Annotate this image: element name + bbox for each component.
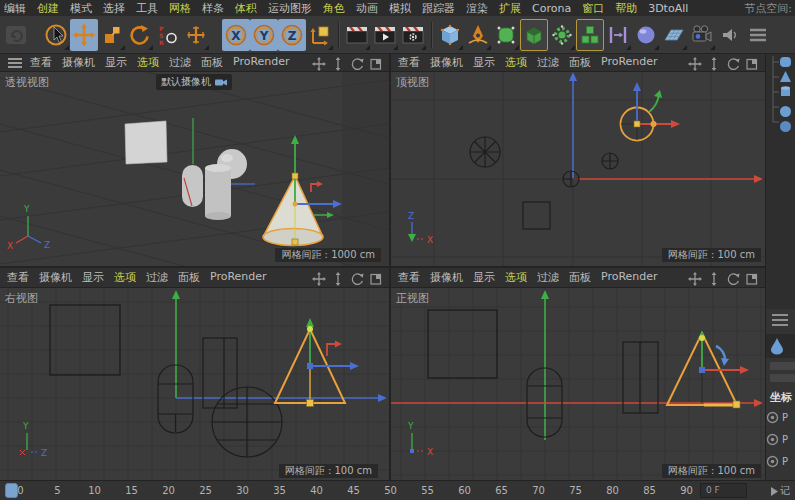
viewport-menu-item[interactable]: 面板 bbox=[178, 270, 200, 285]
timeline-tick[interactable]: 10 bbox=[76, 485, 113, 496]
workplane-button[interactable] bbox=[660, 19, 688, 51]
viewport-menu-item[interactable]: 查看 bbox=[398, 270, 420, 285]
am-tab-stub[interactable] bbox=[770, 362, 795, 370]
viewport-menu-item[interactable]: 查看 bbox=[30, 55, 52, 70]
viewport-hamburger-icon[interactable] bbox=[7, 57, 23, 69]
menu-item[interactable]: 编辑 bbox=[4, 1, 26, 16]
viewport-perspective[interactable]: 透视视图 默认摄像机 bbox=[0, 72, 389, 266]
pan-icon[interactable] bbox=[312, 57, 326, 71]
axis-modify-tool[interactable] bbox=[182, 19, 210, 51]
cube-wire-top[interactable] bbox=[523, 202, 550, 229]
object-icon-capsule[interactable] bbox=[780, 57, 791, 67]
pan-icon[interactable] bbox=[688, 272, 702, 286]
pan-icon[interactable] bbox=[688, 57, 702, 71]
cone-selected-top[interactable] bbox=[621, 82, 681, 141]
rotate-tool[interactable] bbox=[126, 19, 154, 51]
menu-item[interactable]: 角色 bbox=[323, 1, 345, 16]
capsule-wire-top[interactable] bbox=[563, 171, 579, 187]
cone-object-selected[interactable] bbox=[263, 176, 323, 246]
speaker-button[interactable] bbox=[716, 19, 744, 51]
object-icon-cylinder[interactable] bbox=[781, 86, 790, 96]
cube-wire[interactable] bbox=[50, 305, 120, 375]
menu-item[interactable]: 体积 bbox=[235, 1, 257, 16]
lock-x-axis-button[interactable]: X bbox=[222, 19, 250, 51]
timeline-tick[interactable]: 85 bbox=[631, 485, 668, 496]
viewport-divider-horizontal[interactable] bbox=[0, 266, 795, 268]
menu-item[interactable]: 帮助 bbox=[615, 1, 637, 16]
menu-item[interactable]: 3DtoAll bbox=[648, 2, 688, 15]
sphere-wire-top[interactable] bbox=[470, 137, 500, 167]
coord-field-row[interactable]: P bbox=[766, 408, 795, 426]
am-tab-stub[interactable] bbox=[770, 374, 795, 382]
lock-z-axis-button[interactable]: Z bbox=[278, 19, 306, 51]
viewport-menu-item[interactable]: 选项 bbox=[505, 270, 527, 285]
viewport-menu-item[interactable]: ProRender bbox=[601, 270, 658, 285]
object-icon-sphere2[interactable] bbox=[780, 121, 791, 132]
default-camera-label[interactable]: 默认摄像机 bbox=[156, 74, 232, 90]
spline-arrange-button[interactable] bbox=[604, 19, 632, 51]
menu-item[interactable]: 跟踪器 bbox=[422, 1, 455, 16]
orbit-icon[interactable] bbox=[350, 272, 364, 286]
viewport-menu-item[interactable]: 过滤 bbox=[537, 270, 559, 285]
menu-item[interactable]: Corona bbox=[532, 2, 571, 15]
menu-item[interactable]: 样条 bbox=[202, 1, 224, 16]
viewport-menu-item[interactable]: 选项 bbox=[505, 55, 527, 70]
render-settings-button[interactable] bbox=[399, 19, 427, 51]
playhead[interactable] bbox=[5, 483, 18, 498]
timeline-tick[interactable]: 30 bbox=[224, 485, 261, 496]
viewport-menu-item[interactable]: 过滤 bbox=[537, 55, 559, 70]
undo-history-button[interactable] bbox=[2, 19, 30, 51]
scale-tool[interactable] bbox=[98, 19, 126, 51]
timeline-tick[interactable]: 80 bbox=[594, 485, 631, 496]
viewport-menu-item[interactable]: 显示 bbox=[82, 270, 104, 285]
viewport-right[interactable]: 右视图 bbox=[0, 288, 389, 480]
dolly-icon[interactable] bbox=[707, 57, 721, 71]
timeline-tick[interactable]: 40 bbox=[298, 485, 335, 496]
timeline-tick[interactable]: 70 bbox=[520, 485, 557, 496]
timeline-tick[interactable]: 75 bbox=[557, 485, 594, 496]
object-icon-sphere[interactable] bbox=[780, 106, 791, 117]
current-frame-field[interactable]: 0 F bbox=[700, 483, 747, 498]
generator-object-button[interactable] bbox=[548, 19, 576, 51]
menu-item[interactable]: 动画 bbox=[356, 1, 378, 16]
viewport-menu-item[interactable]: 过滤 bbox=[146, 270, 168, 285]
timeline-tick[interactable]: 20 bbox=[150, 485, 187, 496]
timeline-tick[interactable]: 45 bbox=[335, 485, 372, 496]
cube-wire[interactable] bbox=[428, 310, 497, 378]
maximize-icon[interactable] bbox=[369, 272, 383, 286]
viewport-menu-item[interactable]: 查看 bbox=[398, 55, 420, 70]
timeline[interactable]: 051015202530354045505560657075808590 0 F… bbox=[0, 480, 795, 500]
viewport-menu-item[interactable]: ProRender bbox=[210, 270, 267, 285]
viewport-menu-item[interactable]: 显示 bbox=[473, 55, 495, 70]
coord-field-row[interactable]: P bbox=[766, 430, 795, 448]
timeline-tick[interactable]: 50 bbox=[372, 485, 409, 496]
maximize-icon[interactable] bbox=[745, 57, 759, 71]
sphere-wire[interactable] bbox=[212, 387, 282, 457]
orbit-icon[interactable] bbox=[350, 57, 364, 71]
dolly-icon[interactable] bbox=[707, 272, 721, 286]
timeline-tick[interactable]: 15 bbox=[113, 485, 150, 496]
spline-pen-button[interactable] bbox=[464, 19, 492, 51]
cube-object[interactable] bbox=[125, 121, 167, 164]
viewport-menu-item[interactable]: 显示 bbox=[105, 55, 127, 70]
cylinder-wire-top[interactable] bbox=[602, 153, 618, 169]
timeline-tick[interactable]: 35 bbox=[261, 485, 298, 496]
am-hamburger-icon[interactable] bbox=[771, 313, 791, 327]
camera-button[interactable] bbox=[688, 19, 716, 51]
menu-item[interactable]: 渲染 bbox=[466, 1, 488, 16]
maximize-icon[interactable] bbox=[745, 272, 759, 286]
timeline-tick[interactable]: 60 bbox=[446, 485, 483, 496]
viewport-menu-item[interactable]: 选项 bbox=[114, 270, 136, 285]
menu-item[interactable]: 扩展 bbox=[499, 1, 521, 16]
viewport-menu-item[interactable]: 摄像机 bbox=[39, 270, 72, 285]
live-selection-tool[interactable] bbox=[42, 19, 70, 51]
viewport-menu-item[interactable]: 显示 bbox=[473, 270, 495, 285]
cone-gizmo[interactable] bbox=[306, 318, 359, 407]
viewport-menu-item[interactable]: 过滤 bbox=[169, 55, 191, 70]
viewport-menu-item[interactable]: 查看 bbox=[7, 270, 29, 285]
render-to-picture-viewer-button[interactable] bbox=[371, 19, 399, 51]
orbit-icon[interactable] bbox=[726, 57, 740, 71]
viewport-menu-item[interactable]: ProRender bbox=[233, 55, 290, 70]
record-button[interactable]: 记 bbox=[771, 484, 790, 498]
am-object-row[interactable] bbox=[766, 334, 795, 358]
